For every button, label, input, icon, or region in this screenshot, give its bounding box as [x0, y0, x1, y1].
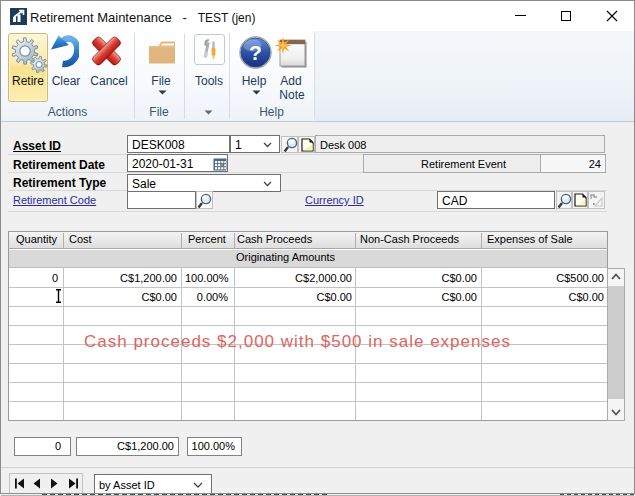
svg-text:?: ? — [249, 41, 262, 64]
